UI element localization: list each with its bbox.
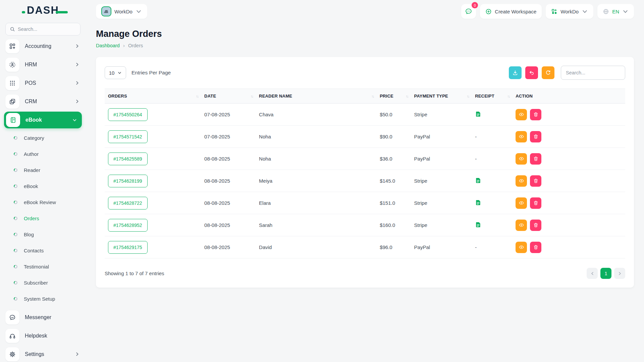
trash-icon [533,244,539,250]
eye-icon [519,244,524,250]
order-id-button[interactable]: #1754628952 [108,219,148,232]
sidebar-item-messenger[interactable]: Messenger [0,308,86,326]
view-order-button[interactable] [516,153,527,165]
sidebar-item-pos[interactable]: POS [0,74,86,92]
plus-circle-icon [485,8,492,15]
create-workspace-button[interactable]: Create Workspace [480,4,542,19]
order-id-button[interactable]: #1754625589 [108,153,148,165]
sidebar-item-crm[interactable]: CRM [0,92,86,111]
sidebar-subitem-system-setup[interactable]: System Setup [0,291,86,307]
view-order-button[interactable] [516,197,527,209]
sidebar-subitem-subscriber[interactable]: Subscriber [0,275,86,291]
column-header-action: ACTION [512,89,625,104]
download-icon [512,70,518,76]
breadcrumb-dashboard-link[interactable]: Dashboard [96,43,120,48]
reader-name: Sarah [256,214,376,236]
receipt-file-icon[interactable] [475,111,481,117]
view-order-button[interactable] [516,242,527,253]
export-button[interactable] [509,66,522,79]
workspace-menu-button[interactable]: WorkDo [546,4,593,19]
sidebar-subitem-ebook[interactable]: eBook [0,178,86,194]
table-search-input[interactable] [561,66,625,80]
breadcrumb-current: Orders [128,43,143,48]
column-header-payment-type[interactable]: PAYMENT TYPE [411,89,472,104]
delete-order-button[interactable] [530,175,541,187]
order-id-button[interactable]: #1754550264 [108,108,148,121]
column-header-receipt[interactable]: RECEIPT [472,89,512,104]
chevron-left-icon [590,271,595,276]
sidebar-item-hrm[interactable]: HRM [0,55,86,74]
sidebar-item-ebook[interactable]: eBook [4,112,82,128]
entries-per-page-select[interactable]: 10 [105,66,126,79]
chevron-down-icon [117,71,122,75]
previous-page-button[interactable] [587,268,598,279]
sidebar-subitem-contacts[interactable]: Contacts [0,242,86,258]
receipt-file-icon[interactable] [475,199,481,206]
delete-order-button[interactable] [530,109,541,120]
column-header-date[interactable]: DATE [201,89,256,104]
hrm-icon [5,58,19,72]
delete-order-button[interactable] [530,197,541,209]
sidebar-item-settings[interactable]: Settings [0,345,86,362]
reset-button[interactable] [525,66,538,79]
receipt-file-icon[interactable] [475,177,481,184]
next-page-button[interactable] [614,268,625,279]
sort-icon [406,94,408,98]
pagination: 1 [587,268,625,279]
sidebar-search[interactable] [5,23,80,36]
sidebar-search-input[interactable] [18,26,76,32]
table-footer: Showing 1 to 7 of 7 entries 1 [105,268,625,279]
sidebar-subitem-orders[interactable]: Orders [0,210,86,226]
helpdesk-icon [5,329,19,343]
chat-button[interactable]: 0 [461,4,476,19]
reader-name: David [256,236,376,258]
delete-order-button[interactable] [530,131,541,142]
main-content: WorkDo 0 Create Workspace WorkDo [86,4,644,288]
sidebar-item-helpdesk[interactable]: Helpdesk [0,326,86,345]
delete-order-button[interactable] [530,242,541,253]
sidebar-subitem-reader[interactable]: Reader [0,162,86,178]
order-id-button[interactable]: #1754571542 [108,130,148,143]
page-title: Manage Orders [96,29,634,39]
workspace-selector[interactable]: WorkDo [96,4,147,19]
accounting-icon [5,39,19,53]
language-selector[interactable]: EN [597,4,634,19]
refresh-button[interactable] [542,66,554,79]
payment-type: PayPal [411,148,472,170]
column-header-orders[interactable]: ORDERS [105,89,201,104]
column-header-reader-name[interactable]: READER NAME [256,89,376,104]
order-id-button[interactable]: #1754628199 [108,175,148,187]
reader-name: Elara [256,192,376,214]
sidebar-subitem-category[interactable]: Category [0,130,86,146]
delete-order-button[interactable] [530,220,541,231]
view-order-button[interactable] [516,220,527,231]
bullet-ring-icon [13,200,18,204]
order-price: $90.0 [376,126,411,148]
sidebar: DASH Accounting HRM POS [0,0,86,362]
view-order-button[interactable] [516,109,527,120]
page-number-button[interactable]: 1 [600,268,611,279]
table-row: #1754625589 08-08-2025 Noha $36.0 PayPal… [105,148,625,170]
view-order-button[interactable] [516,131,527,142]
sidebar-subitem-blog[interactable]: Blog [0,226,86,242]
workspace-building-icon [101,6,111,16]
sort-icon [251,94,253,98]
table-header-row: ORDERS DATE READER NAME PRICE PAYMENT TY… [105,89,625,104]
sidebar-subitem-author[interactable]: Author [0,146,86,162]
delete-order-button[interactable] [530,153,541,165]
app-logo[interactable]: DASH [0,3,86,18]
sidebar-item-accounting[interactable]: Accounting [0,37,86,55]
order-id-button[interactable]: #1754628722 [108,197,148,209]
receipt-file-icon[interactable] [475,222,481,228]
ebook-book-icon [6,113,20,127]
refresh-icon [545,70,551,76]
breadcrumb-separator: › [123,43,125,48]
order-price: $96.0 [376,236,411,258]
eye-icon [519,134,524,139]
sidebar-subitem-ebook-review[interactable]: eBook Review [0,194,86,210]
view-order-button[interactable] [516,175,527,187]
order-id-button[interactable]: #1754629175 [108,241,148,254]
sidebar-subitem-testimonial[interactable]: Testimonial [0,258,86,275]
chat-badge: 0 [472,2,478,8]
column-header-price[interactable]: PRICE [376,89,411,104]
